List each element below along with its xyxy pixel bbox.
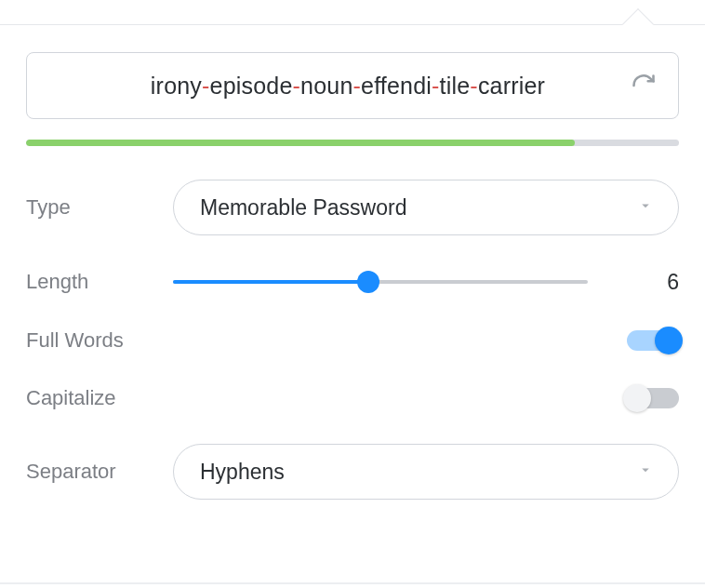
separator-label: Separator xyxy=(26,460,173,484)
capitalize-label: Capitalize xyxy=(26,386,173,410)
password-generator-panel: irony-episode-noun-effendi-tile-carrier … xyxy=(0,24,705,588)
slider-track-fill xyxy=(173,280,368,284)
separator-select-value: Hyphens xyxy=(200,460,285,485)
length-label: Length xyxy=(26,270,173,294)
slider-thumb[interactable] xyxy=(357,271,379,293)
strength-meter-fill xyxy=(26,140,575,146)
separator-select[interactable]: Hyphens xyxy=(173,444,679,500)
length-slider[interactable] xyxy=(173,269,588,295)
generated-password-box: irony-episode-noun-effendi-tile-carrier xyxy=(26,52,679,119)
toggle-knob xyxy=(655,327,683,354)
generated-password-text: irony-episode-noun-effendi-tile-carrier xyxy=(79,73,617,100)
chevron-down-icon xyxy=(637,197,654,218)
capitalize-toggle[interactable] xyxy=(627,388,679,408)
chevron-down-icon xyxy=(637,461,654,482)
type-select-value: Memorable Password xyxy=(200,195,406,220)
strength-meter xyxy=(26,140,679,146)
refresh-icon xyxy=(631,73,657,99)
type-select[interactable]: Memorable Password xyxy=(173,180,679,235)
regenerate-button[interactable] xyxy=(628,70,659,101)
toggle-knob xyxy=(623,384,651,412)
panel-divider xyxy=(0,582,705,584)
type-label: Type xyxy=(26,195,173,220)
length-value: 6 xyxy=(623,270,679,295)
full-words-toggle[interactable] xyxy=(627,330,679,351)
full-words-label: Full Words xyxy=(26,328,173,353)
